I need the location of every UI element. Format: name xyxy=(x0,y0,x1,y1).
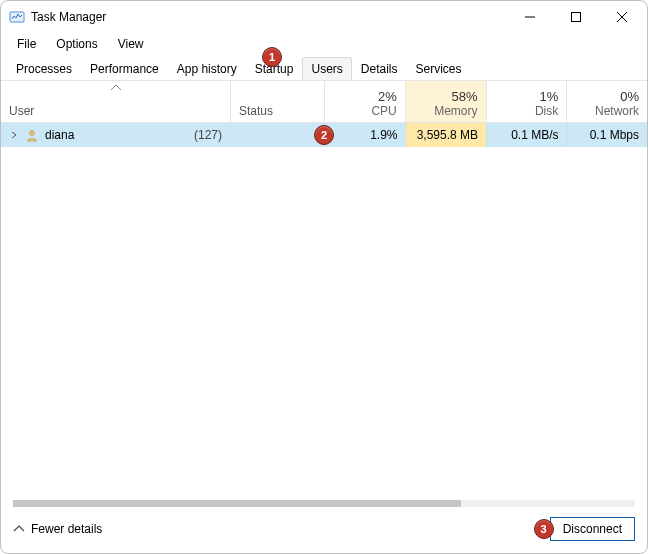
network-cell: 0.1 Mbps xyxy=(567,123,648,147)
annotation-badge-1: 1 xyxy=(262,47,282,67)
sort-indicator-icon xyxy=(110,83,122,93)
scrollbar-thumb[interactable] xyxy=(13,500,461,507)
horizontal-scrollbar[interactable] xyxy=(13,500,635,507)
disk-cell: 0.1 MB/s xyxy=(486,123,567,147)
memory-cell: 3,595.8 MB xyxy=(406,123,487,147)
user-icon xyxy=(25,128,39,142)
chevron-up-icon xyxy=(13,522,25,536)
header-disk-label: Disk xyxy=(535,104,558,118)
header-network-label: Network xyxy=(595,104,639,118)
user-name: diana xyxy=(45,128,74,142)
header-status-label: Status xyxy=(239,104,316,118)
footer: Fewer details 3 Disconnect xyxy=(1,507,647,553)
header-network[interactable]: 0% Network xyxy=(567,81,647,122)
tab-app-history[interactable]: App history xyxy=(168,57,246,80)
title-bar: Task Manager xyxy=(1,1,647,33)
header-network-pct: 0% xyxy=(620,89,639,104)
close-button[interactable] xyxy=(599,1,645,33)
menu-options[interactable]: Options xyxy=(46,35,107,53)
column-headers: User Status 2% CPU 58% Memory 1% Disk 0%… xyxy=(1,81,647,123)
svg-rect-2 xyxy=(572,13,581,22)
annotation-badge-3: 3 xyxy=(534,519,554,539)
user-row[interactable]: diana (127) 2 1.9% 3,595.8 MB 0.1 MB/s 0… xyxy=(1,123,647,147)
expand-icon[interactable] xyxy=(9,130,19,141)
header-memory-label: Memory xyxy=(434,104,477,118)
window-buttons xyxy=(507,1,645,33)
process-count: (127) xyxy=(194,128,222,142)
header-cpu-label: CPU xyxy=(371,104,396,118)
header-memory[interactable]: 58% Memory xyxy=(406,81,487,122)
memory-value: 3,595.8 MB xyxy=(417,128,478,142)
tab-users[interactable]: Users xyxy=(302,57,351,80)
header-cpu-pct: 2% xyxy=(378,89,397,104)
header-user[interactable]: User xyxy=(1,81,231,122)
header-status[interactable]: Status xyxy=(231,81,325,122)
user-list: diana (127) 2 1.9% 3,595.8 MB 0.1 MB/s 0… xyxy=(1,123,647,500)
disk-value: 0.1 MB/s xyxy=(511,128,558,142)
window-title: Task Manager xyxy=(31,10,106,24)
svg-point-5 xyxy=(30,131,35,136)
tab-performance[interactable]: Performance xyxy=(81,57,168,80)
cpu-cell: 1.9% xyxy=(325,123,406,147)
tab-bar: Processes Performance App history Startu… xyxy=(1,57,647,81)
task-manager-window: Task Manager File Options View Processes… xyxy=(0,0,648,554)
header-user-label: User xyxy=(9,104,222,118)
network-value: 0.1 Mbps xyxy=(590,128,639,142)
maximize-button[interactable] xyxy=(553,1,599,33)
cpu-value: 1.9% xyxy=(370,128,397,142)
fewer-details-toggle[interactable]: Fewer details xyxy=(13,522,102,536)
header-disk-pct: 1% xyxy=(539,89,558,104)
header-disk[interactable]: 1% Disk xyxy=(487,81,568,122)
tab-processes[interactable]: Processes xyxy=(7,57,81,80)
minimize-button[interactable] xyxy=(507,1,553,33)
annotation-badge-2: 2 xyxy=(314,125,334,145)
header-memory-pct: 58% xyxy=(451,89,477,104)
status-cell: 2 xyxy=(231,123,325,147)
menu-bar: File Options View xyxy=(1,33,647,57)
tab-details[interactable]: Details xyxy=(352,57,407,80)
tab-services[interactable]: Services xyxy=(407,57,471,80)
menu-view[interactable]: View xyxy=(108,35,154,53)
disconnect-button[interactable]: Disconnect xyxy=(550,517,635,541)
menu-file[interactable]: File xyxy=(7,35,46,53)
fewer-details-label: Fewer details xyxy=(31,522,102,536)
app-icon xyxy=(9,9,25,25)
user-cell: diana (127) xyxy=(1,123,231,147)
header-cpu[interactable]: 2% CPU xyxy=(325,81,406,122)
